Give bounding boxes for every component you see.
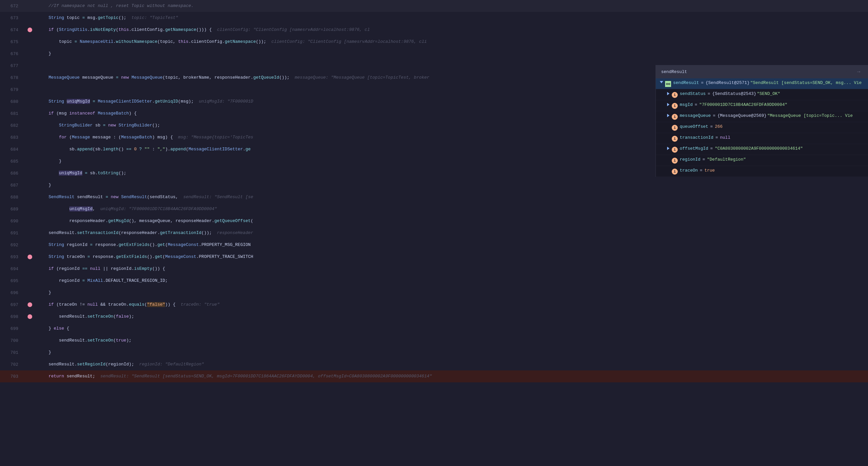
debug-expand-sendstatus[interactable] [665, 92, 672, 95]
code-content: String topic = msg.getTopic(); topic: "T… [35, 12, 868, 24]
code-content: String traceOn = response.getExtFields()… [35, 251, 868, 263]
code-content: sendResult.setTraceOn(false); [35, 311, 868, 323]
line-number: 688 [0, 195, 25, 200]
debug-expand-root[interactable] [658, 81, 665, 83]
code-content: sendResult.setRegionId(regionId); region… [35, 359, 868, 370]
code-line: 697 if (traceOn != null && traceOn.equal… [0, 299, 868, 311]
code-content: sendResult.setTraceOn(true); [35, 335, 868, 346]
debug-item-transactionid[interactable]: i transactionId = null [656, 133, 868, 144]
line-number: 702 [0, 362, 25, 367]
code-content: uniqMsgId, uniqMsgId: "7F000001DD7C18B4A… [35, 203, 868, 215]
code-lines: 672 //If namespace not null , reset Topi… [0, 0, 868, 382]
code-content: topic = NamespaceUtil.withoutNamespace(t… [35, 36, 868, 48]
code-line: 689 uniqMsgId, uniqMsgId: "7F000001DD7C1… [0, 203, 868, 215]
code-line: 691 sendResult.setTransactionId(response… [0, 227, 868, 239]
code-content: return sendResult; sendResult: "SendResu… [35, 370, 868, 382]
line-number: 699 [0, 326, 25, 331]
breakpoint-area[interactable] [25, 314, 35, 319]
debug-sendstatus-key: sendStatus [680, 91, 706, 96]
debug-icon-queueoffset: i [672, 125, 678, 131]
line-number: 672 [0, 4, 25, 9]
code-content: if (regionId == null || regionId.isEmpty… [35, 263, 868, 275]
code-line: 695 regionId = MixAll.DEFAULT_TRACE_REGI… [0, 275, 868, 287]
debug-body: oo sendResult = {SendResult@2571} "SendR… [656, 78, 868, 177]
breakpoint-area[interactable] [25, 302, 35, 307]
debug-nav-forward[interactable]: → [855, 68, 863, 76]
breakpoint-area[interactable] [25, 28, 35, 32]
line-number: 689 [0, 207, 25, 212]
debug-root-val: "SendResult [sendStatus=SEND_OK, msg... … [750, 80, 861, 85]
debug-item-queueoffset[interactable]: i queueOffset = 266 [656, 122, 868, 133]
debug-root-item[interactable]: oo sendResult = {SendResult@2571} "SendR… [656, 78, 868, 89]
debug-nav: ← → [844, 68, 863, 76]
debug-root-ref: {SendResult@2571} [706, 80, 750, 85]
debug-root-key: sendResult [673, 80, 699, 85]
line-number: 680 [0, 99, 25, 104]
code-line: 696 } [0, 287, 868, 299]
debug-root-content: sendResult = {SendResult@2571} "SendResu… [673, 80, 865, 85]
breakpoint-area[interactable] [25, 255, 35, 259]
code-content: if (StringUtils.isNotEmpty(this.clientCo… [35, 24, 868, 36]
debug-queueoffset-key: queueOffset [680, 124, 708, 129]
debug-traceon-key: traceOn [680, 168, 698, 173]
code-content: } [35, 179, 868, 191]
breakpoint-marker [28, 302, 32, 307]
line-number: 673 [0, 15, 25, 21]
code-content: if (traceOn != null && traceOn.equals("f… [35, 299, 868, 311]
code-line: 702 sendResult.setRegionId(regionId); re… [0, 359, 868, 370]
line-number: 686 [0, 171, 25, 176]
code-line: 687 } [0, 179, 868, 191]
line-number: 698 [0, 314, 25, 319]
debug-item-regionid[interactable]: i regionId = "DefaultRegion" [656, 155, 868, 166]
line-number: 685 [0, 159, 25, 164]
code-line: 700 sendResult.setTraceOn(true); [0, 335, 868, 346]
debug-item-msgid[interactable]: i msgId = "7F000001DD7C18B4AAC26FDFA9DD0… [656, 100, 868, 111]
line-number: 697 [0, 302, 25, 307]
debug-messagequeue-key: messageQueue [680, 113, 711, 118]
debug-item-sendstatus[interactable]: i sendStatus = {SendStatus@2543} "SEND_O… [656, 89, 868, 100]
code-line: 690 responseHeader.getMsgId(), messageQu… [0, 215, 868, 227]
debug-icon-regionid: i [672, 158, 678, 164]
code-content: String regionId = response.getExtFields(… [35, 239, 868, 251]
code-content: responseHeader.getMsgId(), messageQueue,… [35, 215, 868, 227]
line-number: 687 [0, 183, 25, 188]
debug-panel-title: sendResult [661, 69, 687, 74]
debug-transactionid-content: transactionId = null [680, 135, 865, 140]
debug-expand-messagequeue[interactable] [665, 114, 672, 117]
line-number: 703 [0, 374, 25, 379]
line-number: 691 [0, 231, 25, 236]
debug-msgid-key: msgId [680, 102, 693, 107]
debug-nav-back[interactable]: ← [844, 68, 852, 76]
debug-icon-messagequeue: i [672, 114, 678, 120]
breakpoint-marker [28, 28, 32, 32]
code-line: 673 String topic = msg.getTopic(); topic… [0, 12, 868, 24]
debug-transactionid-key: transactionId [680, 135, 713, 140]
line-number: 682 [0, 123, 25, 128]
line-number: 676 [0, 52, 25, 57]
code-content: } else { [35, 323, 868, 335]
debug-expand-msgid[interactable] [665, 103, 672, 106]
line-number: 696 [0, 291, 25, 295]
code-line: 675 topic = NamespaceUtil.withoutNamespa… [0, 36, 868, 48]
debug-offsetmsgid-content: offsetMsgId = "C0A8030800002A9F000000000… [680, 146, 865, 151]
debug-item-traceon[interactable]: i traceOn = true [656, 166, 868, 177]
code-line: 701 } [0, 346, 868, 359]
code-line: 699 } else { [0, 323, 868, 335]
debug-messagequeue-content: messageQueue = {MessageQueue@2569} "Mess… [680, 113, 865, 118]
debug-item-offsetmsgid[interactable]: i offsetMsgId = "C0A8030800002A9F0000000… [656, 144, 868, 155]
debug-icon-transactionid: i [672, 136, 678, 142]
debug-icon-sendstatus: i [672, 92, 678, 98]
line-number: 694 [0, 267, 25, 271]
line-number: 701 [0, 350, 25, 355]
code-content: SendResult sendResult = new SendResult(s… [35, 191, 868, 203]
editor-container: 672 //If namespace not null , reset Topi… [0, 0, 868, 466]
line-number: 679 [0, 87, 25, 92]
debug-expand-offsetmsgid[interactable] [665, 147, 672, 150]
code-content: } [35, 346, 868, 359]
debug-icon-msgid: i [672, 103, 678, 109]
code-content: sendResult.setTransactionId(responseHead… [35, 227, 868, 239]
debug-item-messagequeue[interactable]: i messageQueue = {MessageQueue@2569} "Me… [656, 111, 868, 122]
code-line: 674 if (StringUtils.isNotEmpty(this.clie… [0, 24, 868, 36]
debug-panel: sendResult ← → oo sendResult = {SendResu… [655, 65, 868, 177]
debug-msgid-content: msgId = "7F000001DD7C18B4AAC26FDFA9DD000… [680, 102, 865, 107]
